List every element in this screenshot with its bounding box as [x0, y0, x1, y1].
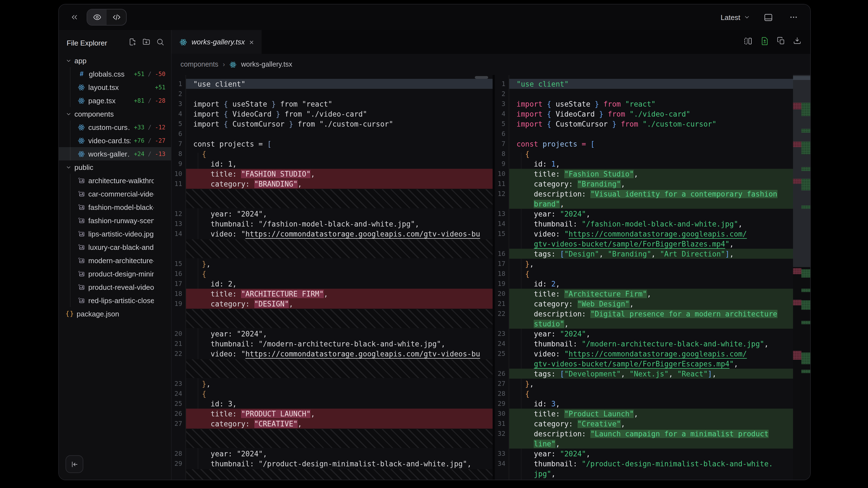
tree-item-label: works-galler… [88, 150, 130, 158]
tree-file-layout.tsx[interactable]: layout.tsx+51 [59, 80, 171, 94]
tree-file-product-design-minim-[interactable]: product-design-minim… [59, 267, 171, 280]
split-view-button[interactable] [744, 36, 752, 47]
tree-folder-public[interactable]: public [59, 160, 171, 174]
tab-close-button[interactable]: × [249, 38, 254, 46]
code-text: jpg", [509, 468, 793, 479]
code-text: { [509, 389, 793, 399]
new-file-icon [128, 38, 136, 46]
diff-pane-new[interactable]: 1"use client"23import { useState } from … [495, 75, 793, 480]
version-dropdown[interactable]: Latest [720, 13, 750, 21]
code-text: id: 2, [509, 279, 793, 289]
image-icon [78, 284, 85, 291]
tree-item-label: components [74, 110, 114, 118]
collapse-panel-button[interactable] [67, 9, 82, 25]
code-text: video: "https://commondatastorage.google… [186, 229, 493, 239]
tree-item-label: car-commercial-video… [88, 190, 154, 198]
breadcrumb-separator-icon: › [223, 61, 225, 68]
tree-file-red-lips-artistic-close-[interactable]: red-lips-artistic-close… [59, 294, 171, 307]
search-files-button[interactable] [156, 38, 164, 48]
json-icon: {} [65, 310, 73, 318]
react-icon [78, 124, 85, 131]
tree-item-label: product-design-minim… [88, 269, 154, 278]
tree-file-lips-artistic-video.jpg[interactable]: lips-artistic-video.jpg [59, 227, 171, 240]
new-folder-button[interactable] [142, 38, 151, 48]
preview-toggle-button[interactable] [87, 9, 106, 25]
tree-file-luxury-car-black-and-[interactable]: luxury-car-black-and-… [59, 240, 171, 254]
code-text: import { CustomCursor } from "./custom-c… [509, 119, 793, 129]
code-line: 1"use client" [172, 79, 493, 89]
more-options-button[interactable] [786, 9, 801, 25]
tree-item-label: fashion-model-black-… [88, 203, 154, 211]
layout-panel-button[interactable] [760, 9, 776, 25]
line-number: 21 [495, 300, 509, 307]
download-button[interactable] [793, 37, 801, 47]
code-line: 14 thumbnail: "/fashion-model-black-and-… [495, 219, 793, 229]
breadcrumb-file[interactable]: works-gallery.tsx [241, 61, 292, 68]
tab-strip: works-gallery.tsx × [172, 30, 810, 54]
code-toggle-button[interactable] [106, 9, 126, 25]
tree-file-page.tsx[interactable]: page.tsx+81 / -28 [59, 94, 171, 107]
line-number: 24 [172, 390, 186, 397]
code-line: 34 thumbnail: "/product-design-minimalis… [495, 459, 793, 468]
code-text [509, 129, 793, 139]
ruler-addition-mark [801, 141, 811, 154]
file-diff-icon [760, 36, 769, 45]
tree-item-label: public [74, 163, 93, 171]
line-number: 9 [495, 160, 509, 168]
code-line: 2 [172, 89, 493, 99]
code-line: 12 year: "2024", [172, 209, 493, 219]
code-line: 10 title: "FASHION STUDIO", [172, 169, 493, 179]
code-text: year: "2024", [509, 209, 793, 219]
tree-file-fashion-model-black-[interactable]: fashion-model-black-… [59, 200, 171, 214]
code-line: studio", [495, 319, 793, 329]
copy-button[interactable] [777, 37, 785, 47]
code-text [509, 89, 793, 99]
new-file-button[interactable] [128, 38, 136, 48]
line-number: 8 [172, 150, 186, 158]
show-diff-button[interactable] [760, 36, 769, 47]
code-line: 20 year: "2024", [172, 329, 493, 339]
code-line: 33 year: "2024", [495, 449, 793, 459]
tree-file-car-commercial-video-[interactable]: car-commercial-video… [59, 187, 171, 200]
ruler-addition-mark [801, 179, 811, 190]
tree-folder-components[interactable]: components [59, 107, 171, 121]
tree-file-package.json[interactable]: {}package.json [59, 307, 171, 320]
diff-pane-old[interactable]: 1"use client"23import { useState } from … [172, 75, 493, 480]
code-line: 25 id: 3, [172, 399, 493, 409]
code-line: 17 }, [495, 259, 793, 269]
code-line: 19 category: "DESIGN", [172, 299, 493, 309]
tree-file-fashion-runway-scen-[interactable]: fashion-runway-scen… [59, 214, 171, 227]
tree-file-video-card.tsx[interactable]: video-card.tsx+76 / -27 [59, 134, 171, 147]
line-number: 8 [495, 150, 509, 158]
code-line: 9 id: 1, [172, 159, 493, 169]
tree-file-product-reveal-video.j-[interactable]: product-reveal-video.j… [59, 280, 171, 294]
code-text: thumbnail: "/product-design-minimalist-b… [509, 459, 793, 468]
tree-folder-app[interactable]: app [59, 54, 171, 67]
line-number: 29 [495, 400, 509, 408]
diff-count-badge: +81 / -28 [134, 97, 165, 104]
tree-file-custom-curs-[interactable]: custom-curs…+33 / -12 [59, 121, 171, 134]
code-text: thumbnail: "/modern-architecture-black-a… [509, 339, 793, 349]
tree-file-modern-architecture-[interactable]: modern-architecture-… [59, 254, 171, 267]
code-line: 30 title: "Product Launch", [495, 409, 793, 419]
tab-works-gallery[interactable]: works-gallery.tsx × [172, 30, 261, 54]
collapse-sidebar-button[interactable] [65, 455, 83, 473]
scrollbar-thumb[interactable] [475, 76, 488, 79]
code-text: { [509, 149, 793, 159]
tree-file-works-galler-[interactable]: works-galler…+24 / -13 [59, 147, 171, 160]
diff-overview-ruler[interactable] [793, 75, 811, 480]
ruler-deletion-mark [793, 179, 801, 184]
tree-file-architecture-walkthro-[interactable]: architecture-walkthro… [59, 174, 171, 187]
css-icon: # [78, 70, 86, 78]
code-text: import { VideoCard } from "./video-card" [509, 109, 793, 119]
code-text: { [186, 149, 493, 159]
tree-file-globals.css[interactable]: #globals.css+51 / -50 [59, 67, 171, 80]
line-number: 17 [172, 280, 186, 288]
code-line: 17 id: 2, [172, 279, 493, 289]
code-line: 15 }, [172, 259, 493, 269]
top-bar: Latest [59, 4, 810, 30]
code-text: year: "2024", [186, 209, 493, 219]
code-text [186, 89, 493, 99]
react-icon [78, 150, 85, 157]
breadcrumb-folder[interactable]: components [181, 61, 218, 68]
